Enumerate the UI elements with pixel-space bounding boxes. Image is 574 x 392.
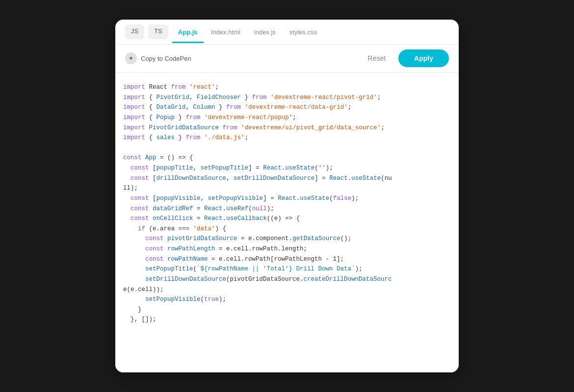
code-line-2: import { PivotGrid, FieldChooser } from … (123, 93, 449, 103)
tab-ts[interactable]: TS (148, 24, 168, 39)
code-editor[interactable]: import React from 'react'; import { Pivo… (115, 73, 459, 372)
code-line-10b: ll); (123, 183, 449, 194)
code-line-20: setPopupVisible(true); (123, 294, 449, 305)
code-line-3: import { DataGrid, Column } from 'devext… (123, 102, 449, 113)
codepen-icon: ✦ (125, 52, 137, 64)
code-line-18: setPopupTitle(`${rowPathName || 'Total'}… (123, 264, 449, 274)
apply-button[interactable]: Apply (398, 49, 449, 67)
code-line-11: const [popupVisible, setPopupVisible] = … (123, 194, 449, 204)
code-line-13: const onCellClick = React.useCallback((e… (123, 214, 449, 224)
reset-button[interactable]: Reset (361, 50, 393, 66)
code-line-21: } (123, 305, 449, 315)
tab-index-html[interactable]: index.html (206, 22, 246, 43)
toolbar: ✦ Copy to CodePen Reset Apply (115, 45, 459, 73)
code-line-4: import { Popup } from 'devextreme-react/… (123, 113, 449, 123)
code-line-8: const App = () => { (123, 153, 449, 163)
code-line-7 (123, 143, 449, 153)
tab-styles-css[interactable]: styles.css (284, 22, 323, 43)
code-line-14: if (e.area === 'data') { (123, 224, 449, 234)
tabs-bar: JS TS App.js index.html index.js styles.… (115, 20, 459, 45)
code-line-12: const dataGridRef = React.useRef(null); (123, 204, 449, 214)
toolbar-actions: Reset Apply (361, 49, 449, 67)
code-line-17: const rowPathName = e.cell.rowPath[rowPa… (123, 254, 449, 265)
code-line-10: const [drillDownDataSource, setDrillDown… (123, 173, 449, 184)
code-line-22: }, []); (123, 315, 449, 325)
copy-codepen-label: Copy to CodePen (141, 55, 191, 62)
code-line-15: const pivotGridDataSource = e.component.… (123, 234, 449, 244)
code-line-19: setDrillDownDataSource(pivotGridDataSour… (123, 274, 449, 285)
tab-index-js[interactable]: index.js (248, 22, 282, 43)
code-line-9: const [popupTitle, setPopupTitle] = Reac… (123, 163, 449, 173)
tab-app-js[interactable]: App.js (172, 22, 204, 43)
code-line-5: import PivotGridDataSource from 'devextr… (123, 123, 449, 133)
code-editor-card: JS TS App.js index.html index.js styles.… (115, 20, 459, 372)
code-line-6: import { sales } from './data.js'; (123, 133, 449, 143)
copy-codepen-button[interactable]: ✦ Copy to CodePen (125, 52, 191, 64)
code-line-16: const rowPathLength = e.cell.rowPath.len… (123, 244, 449, 254)
code-line-1: import React from 'react'; (123, 82, 449, 93)
code-line-19b: e(e.cell)); (123, 285, 449, 295)
tab-js[interactable]: JS (125, 24, 144, 39)
